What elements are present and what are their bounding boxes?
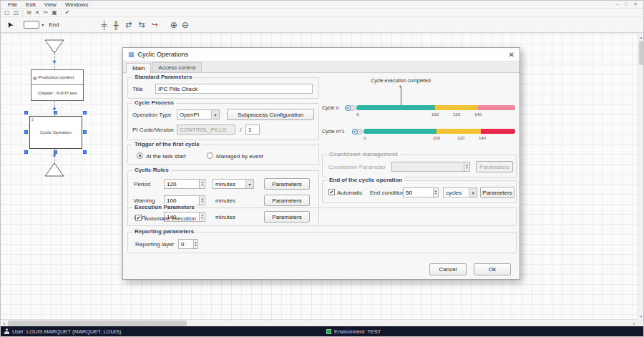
cyclic-rules-legend: Cyclic Rules — [132, 167, 171, 173]
period-spinner[interactable]: ▲▼ — [164, 179, 205, 189]
horizontal-scroll-thumb[interactable] — [8, 321, 187, 326]
close-icon[interactable]: ✕ — [633, 1, 638, 7]
dialog-titlebar[interactable]: ▦ Cyclic Operations ✕ — [123, 48, 519, 62]
zoom-in-icon[interactable]: ⊕ — [170, 20, 177, 30]
warning-label: Warning — [134, 197, 155, 204]
running-segment — [364, 129, 436, 134]
period-unit-select[interactable]: minutes ▾ — [213, 179, 254, 189]
dialog-body: Standard Parameters Title Cycle Process … — [123, 73, 519, 279]
menu-edit[interactable]: Edit — [21, 1, 40, 8]
print-icon[interactable]: ⊞ — [26, 9, 31, 16]
cycle-n-toggle[interactable]: ▶ — [345, 105, 356, 111]
selection-handle[interactable] — [83, 130, 87, 134]
selection-handle[interactable] — [24, 111, 28, 114]
shape-tool-dropdown[interactable]: ▾ End — [24, 21, 59, 29]
scroll-up-icon[interactable]: ▴ — [638, 34, 644, 40]
dialog-close-icon[interactable]: ✕ — [509, 51, 514, 59]
spinner-down-icon[interactable]: ▼ — [434, 192, 437, 195]
chevron-down-icon[interactable]: ▾ — [211, 110, 219, 119]
reporting-layer-input[interactable] — [178, 239, 193, 249]
minimize-icon[interactable]: – — [616, 1, 619, 7]
title-input[interactable] — [155, 84, 313, 94]
chevron-down-icon[interactable]: ▾ — [469, 188, 477, 197]
pi-code-version-label: PI Code/Version — [132, 127, 174, 133]
spinner-buttons[interactable]: ▲▼ — [199, 195, 205, 205]
junction-icon[interactable]: ╫ — [113, 21, 119, 29]
chevron-down-icon[interactable]: ▾ — [42, 22, 44, 27]
exit-branch-icon[interactable]: ↪ — [152, 20, 158, 29]
distribute-vertical-icon[interactable]: ╪ — [101, 21, 107, 29]
subprocess-configuration-button[interactable]: Subprocess Configuration — [227, 109, 314, 120]
toolbar-separator — [61, 10, 62, 16]
open-window-icon[interactable]: ◫ — [14, 9, 19, 16]
warning-parameters-button[interactable]: Parameters — [264, 195, 310, 206]
vertical-scroll-thumb[interactable] — [639, 41, 643, 65]
delete-icon[interactable]: ✕ — [35, 9, 40, 16]
swap-horizontal-icon[interactable]: ⇄ — [125, 20, 132, 29]
new-document-icon[interactable]: ▢ — [4, 9, 10, 16]
scroll-down-icon[interactable]: ▾ — [638, 313, 644, 319]
cancel-button[interactable]: Cancel — [429, 263, 467, 275]
end-condition-unit-select[interactable]: cycles ▾ — [443, 187, 477, 197]
automatic-end-checkbox[interactable]: ✔ — [328, 189, 335, 195]
automatic-execution-checkbox[interactable]: ✔ — [135, 215, 142, 221]
selection-handle[interactable] — [83, 150, 87, 154]
spinner-buttons: ▲▼ — [464, 162, 470, 172]
tab-access-control[interactable]: Access control — [152, 62, 202, 72]
play-icon: ▶ — [353, 130, 356, 133]
context-node[interactable]: ▤ Production context Chapter : Full PI t… — [31, 69, 84, 101]
vertical-scrollbar[interactable]: ▴ ▾ — [638, 34, 643, 319]
running-segment — [356, 105, 435, 110]
trigger-task-start-radio[interactable] — [137, 152, 143, 159]
selection-handle[interactable] — [83, 111, 87, 114]
connector-dot[interactable] — [53, 60, 56, 63]
reporting-layer-spinner[interactable]: ▲▼ — [178, 239, 198, 249]
end-node-triangle[interactable] — [44, 162, 64, 177]
chevron-down-icon[interactable]: ▾ — [245, 180, 253, 188]
cut-icon[interactable]: ✂ — [44, 9, 49, 16]
menu-view[interactable]: View — [40, 1, 61, 8]
menu-file[interactable]: File — [4, 1, 21, 8]
page-icon: ▤ — [33, 75, 37, 80]
toolbar-separator — [22, 10, 23, 16]
period-parameters-button[interactable]: Parameters — [264, 178, 310, 190]
start-node-triangle[interactable] — [44, 39, 64, 54]
end-condition-input[interactable] — [403, 187, 433, 197]
validate-icon[interactable]: ✔ — [65, 9, 70, 16]
spinner-down-icon[interactable]: ▼ — [194, 244, 197, 247]
maximize-icon[interactable]: □ — [625, 1, 628, 7]
spinner-buttons[interactable]: ▲▼ — [199, 179, 205, 189]
pi-version-slash: / — [240, 127, 241, 133]
selection-handle[interactable] — [24, 130, 28, 134]
pi-version-input[interactable] — [245, 124, 260, 135]
cycle-process-legend: Cycle Process — [132, 99, 176, 106]
end-cycle-parameters-button[interactable]: Parameters — [480, 187, 514, 198]
select-pointer-icon[interactable]: ➤ — [4, 19, 16, 29]
ok-button[interactable]: Ok — [474, 263, 511, 275]
cycle-n1-toggle[interactable]: ▶ — [352, 129, 363, 135]
menu-windows[interactable]: Windows — [61, 1, 92, 8]
cyclic-operation-node[interactable]: 2 Cyclic Operation — [29, 116, 82, 149]
copy-icon[interactable]: ▣ — [52, 9, 57, 16]
swap-reverse-icon[interactable]: ⇆ — [138, 20, 145, 29]
spinner-buttons[interactable]: ▲▼ — [193, 239, 198, 249]
warning-segment — [436, 129, 481, 134]
spinner-down-icon[interactable]: ▼ — [201, 200, 204, 203]
operation-type-select[interactable]: OpenPI ▾ — [177, 109, 220, 119]
period-input[interactable] — [164, 179, 199, 189]
timeline-title: Cycle execution completed — [343, 78, 458, 83]
selection-handle[interactable] — [24, 150, 28, 154]
connector-dot[interactable] — [53, 154, 56, 157]
spinner-buttons[interactable]: ▲▼ — [433, 187, 439, 197]
context-node-header: ▤ Production context — [31, 70, 83, 85]
tab-main[interactable]: Main — [126, 63, 151, 73]
trigger-managed-event-radio[interactable] — [207, 152, 213, 159]
end-condition-spinner[interactable]: ▲▼ — [403, 187, 439, 197]
zoom-out-icon[interactable]: ⊖ — [182, 20, 189, 30]
selection-handle[interactable] — [54, 111, 57, 114]
connector-dot[interactable] — [53, 107, 56, 110]
spinner-down-icon[interactable]: ▼ — [201, 184, 204, 187]
horizontal-scrollbar[interactable]: ◂ ▸ — [1, 319, 638, 326]
tick-label: 100 — [431, 112, 439, 117]
period-label: Period — [134, 181, 150, 187]
